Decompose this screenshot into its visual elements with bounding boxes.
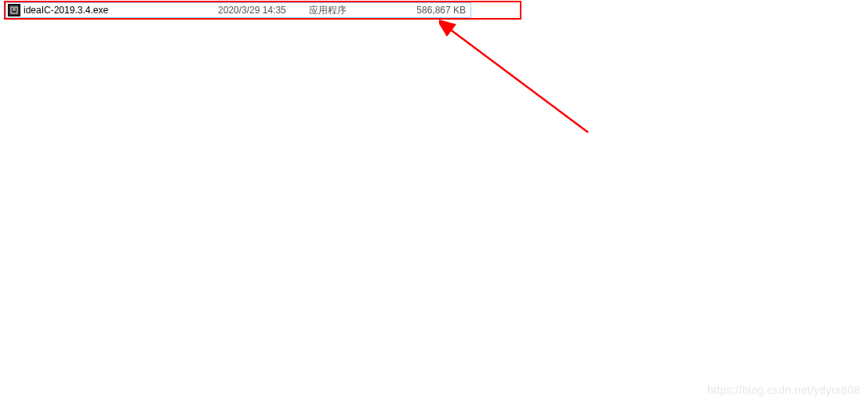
annotation-arrow xyxy=(439,19,604,144)
file-list-item[interactable]: ideaIC-2019.3.4.exe 2020/3/29 14:35 应用程序… xyxy=(5,2,471,18)
file-name: ideaIC-2019.3.4.exe xyxy=(24,5,218,16)
watermark-text: https://blog.csdn.net/ydyrx808 xyxy=(707,384,860,396)
file-size: 586,867 KB xyxy=(387,5,470,16)
highlight-box: ideaIC-2019.3.4.exe 2020/3/29 14:35 应用程序… xyxy=(4,1,521,20)
svg-line-5 xyxy=(449,28,588,132)
file-date-modified: 2020/3/29 14:35 xyxy=(218,5,309,16)
file-type: 应用程序 xyxy=(309,4,387,17)
executable-icon xyxy=(8,4,20,16)
